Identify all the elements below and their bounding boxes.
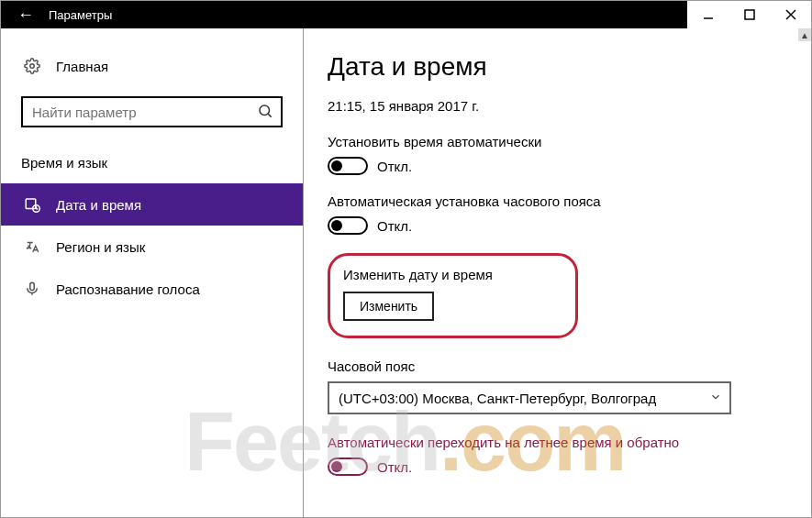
calendar-clock-icon bbox=[21, 196, 43, 213]
search-icon[interactable] bbox=[257, 103, 273, 123]
dst-state: Откл. bbox=[377, 459, 412, 475]
timezone-select[interactable]: (UTC+03:00) Москва, Санкт-Петербург, Вол… bbox=[328, 381, 731, 414]
sidebar: Главная Время и язык Дата и время Регион… bbox=[1, 28, 304, 517]
auto-time-state: Откл. bbox=[377, 159, 412, 174]
auto-time-toggle[interactable] bbox=[328, 157, 368, 175]
svg-rect-7 bbox=[26, 199, 36, 209]
auto-tz-label: Автоматическая установка часового пояса bbox=[328, 193, 787, 209]
auto-tz-state: Откл. bbox=[377, 218, 412, 234]
scroll-up-icon[interactable]: ▲ bbox=[798, 28, 811, 41]
chevron-down-icon bbox=[709, 391, 722, 406]
window-title: Параметры bbox=[43, 8, 687, 22]
category-label: Время и язык bbox=[1, 144, 303, 183]
auto-time-label: Установить время автоматически bbox=[328, 134, 787, 149]
search-container bbox=[21, 96, 283, 127]
page-title: Дата и время bbox=[328, 52, 787, 82]
back-button[interactable]: ← bbox=[8, 6, 43, 25]
auto-tz-toggle[interactable] bbox=[328, 216, 368, 235]
sidebar-item-label: Регион и язык bbox=[56, 239, 145, 255]
home-link[interactable]: Главная bbox=[1, 50, 303, 82]
svg-point-5 bbox=[260, 105, 270, 116]
change-datetime-label: Изменить дату и время bbox=[343, 267, 493, 282]
content-pane: Дата и время 21:15, 15 января 2017 г. Ус… bbox=[304, 28, 811, 517]
highlight-annotation: Изменить дату и время Изменить bbox=[328, 253, 578, 338]
home-label: Главная bbox=[56, 59, 108, 74]
close-button[interactable] bbox=[770, 1, 811, 28]
timezone-value: (UTC+03:00) Москва, Санкт-Петербург, Вол… bbox=[339, 391, 656, 406]
dst-label: Автоматически переходить на летнее время… bbox=[328, 435, 787, 450]
svg-line-6 bbox=[268, 114, 271, 116]
sidebar-item-label: Распознавание голоса bbox=[56, 281, 200, 297]
window-controls bbox=[687, 1, 811, 28]
svg-point-4 bbox=[30, 64, 35, 69]
sidebar-item-label: Дата и время bbox=[56, 197, 141, 213]
change-button[interactable]: Изменить bbox=[343, 292, 434, 321]
svg-rect-9 bbox=[30, 282, 35, 290]
timezone-label: Часовой пояс bbox=[328, 358, 787, 374]
sidebar-item-region[interactable]: Регион и язык bbox=[1, 226, 303, 268]
dst-toggle[interactable] bbox=[328, 457, 368, 476]
sidebar-item-datetime[interactable]: Дата и время bbox=[1, 183, 303, 226]
search-input[interactable] bbox=[21, 96, 283, 127]
language-icon bbox=[21, 238, 43, 255]
title-bar: ← Параметры bbox=[1, 1, 811, 28]
maximize-button[interactable] bbox=[729, 1, 770, 28]
sidebar-item-speech[interactable]: Распознавание голоса bbox=[1, 268, 303, 310]
gear-icon bbox=[21, 58, 43, 74]
svg-rect-1 bbox=[745, 10, 754, 19]
current-datetime: 21:15, 15 января 2017 г. bbox=[328, 98, 787, 114]
minimize-button[interactable] bbox=[687, 1, 729, 28]
microphone-icon bbox=[21, 281, 43, 297]
